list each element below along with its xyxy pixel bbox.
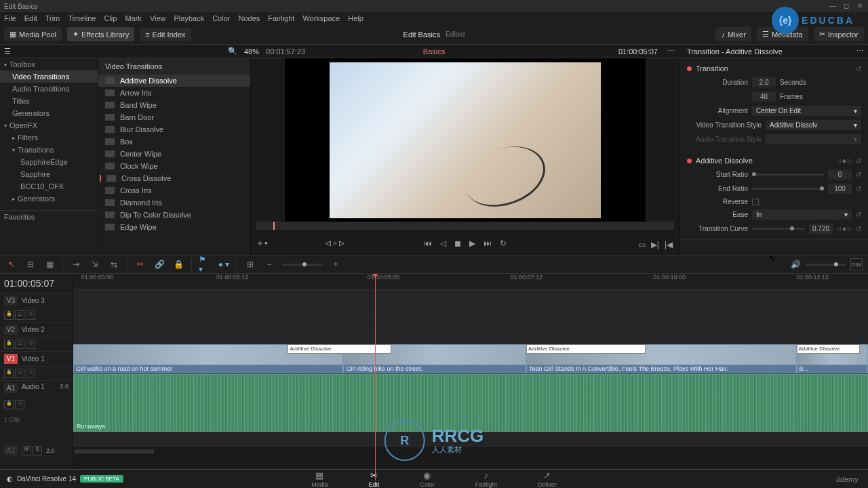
horizontal-scrollbar[interactable] [75, 449, 154, 453]
disable-icon[interactable]: ◇ [26, 340, 35, 349]
track-head-v2-ctrl[interactable]: 🔒◻◇ [0, 338, 73, 352]
dim-button[interactable]: DIM [850, 258, 863, 270]
reset-curve-button[interactable]: ↺ [856, 225, 861, 232]
search-icon[interactable]: 🔍 [228, 47, 237, 56]
sidebar-item-sapphire[interactable]: Sapphire [0, 168, 98, 180]
page-color[interactable]: ◉Color [420, 470, 435, 488]
trim-tool[interactable]: ⊟ [24, 258, 37, 270]
sidebar-item-video-transitions[interactable]: Video Transitions [0, 70, 98, 83]
page-edit[interactable]: ✂Edit [369, 470, 380, 488]
effect-item-diamond-iris[interactable]: Diamond Iris [98, 197, 250, 209]
edit-tool[interactable]: ▦ [43, 258, 56, 270]
track-head-v1[interactable]: V1Video 1 [0, 352, 73, 367]
menu-nodes[interactable]: Nodes [238, 14, 260, 22]
disable-icon[interactable]: ◇ [26, 310, 35, 320]
zoom-out-button[interactable]: − [263, 258, 275, 270]
marker-tool[interactable]: ● ▾ [218, 258, 230, 270]
end-ratio-slider[interactable] [752, 188, 824, 190]
viewer-canvas[interactable] [285, 58, 646, 222]
effect-item-cross-iris[interactable]: Cross Iris [98, 184, 250, 197]
match-frame-icon[interactable]: ◁ ○ ▷ [326, 239, 344, 247]
effect-item-clock-wipe[interactable]: Clock Wipe [98, 160, 250, 172]
auto-select-icon[interactable]: ◻ [15, 310, 24, 320]
start-ratio-slider[interactable] [752, 174, 824, 176]
curve-slider[interactable] [752, 228, 805, 230]
menu-clip[interactable]: Clip [104, 14, 117, 22]
ease-select[interactable]: In▾ [752, 209, 852, 220]
page-fairlight[interactable]: ♪Fairlight [475, 470, 497, 488]
sequence-name[interactable]: Basics [423, 47, 445, 56]
track-head-v2[interactable]: V2Video 2 [0, 323, 73, 338]
sidebar-item-audio-transitions[interactable]: Audio Transitions [0, 83, 98, 95]
loop-button[interactable]: ↻ [500, 239, 507, 248]
zoom-in-button[interactable]: + [330, 258, 342, 270]
menu-mark[interactable]: Mark [125, 14, 141, 22]
curve-value[interactable]: 0.720 [809, 224, 833, 234]
effect-item-center-wipe[interactable]: Center Wipe [98, 148, 250, 160]
track-v1[interactable]: Girl walks on a road on hot summerGirl r… [73, 344, 868, 374]
disable-icon[interactable]: ◇ [26, 369, 35, 378]
reset-transition-button[interactable]: ↺ [856, 65, 861, 73]
reset-dissolve-button[interactable]: ↺ [856, 157, 861, 165]
effect-item-band-wipe[interactable]: Band Wipe [98, 99, 250, 111]
track-v3-ctrl[interactable] [73, 304, 868, 317]
start-ratio-value[interactable]: 0 [828, 169, 852, 180]
prev-key-icon[interactable]: ◁ [837, 158, 841, 164]
sidebar-item-openfx[interactable]: ▾OpenFX [0, 119, 98, 131]
selection-tool[interactable]: ↖ [5, 258, 18, 270]
favorites-header[interactable]: Favorites [0, 210, 98, 223]
zoom-level[interactable]: 48% [244, 47, 259, 56]
menu-playback[interactable]: Playback [174, 14, 205, 22]
key-icon[interactable]: ◆ [842, 226, 846, 232]
media-pool-button[interactable]: ▦ Media Pool [4, 27, 62, 41]
close-button[interactable]: ✕ [856, 2, 864, 10]
effect-item-cross-dissolve[interactable]: Cross Dissolve [98, 172, 250, 184]
video-style-select[interactable]: Additive Dissolv▾ [766, 120, 861, 130]
effect-item-dip-to-color-dissolve[interactable]: Dip To Color Dissolve [98, 209, 250, 221]
menu-help[interactable]: Help [348, 14, 363, 22]
edit-index-button[interactable]: ≡ Edit Index [140, 28, 191, 41]
next-key-icon[interactable]: ▷ [848, 158, 852, 164]
insert-tool[interactable]: ⇥ [70, 258, 82, 270]
reset-start-button[interactable]: ↺ [856, 171, 861, 178]
alignment-select[interactable]: Center On Edit▾ [752, 106, 861, 116]
menu-view[interactable]: View [150, 14, 166, 22]
volume-slider[interactable] [806, 264, 846, 266]
track-head-a1-extra[interactable]: A1 MS 2.0 [0, 443, 73, 458]
sidebar-item-transitions[interactable]: ▾Transitions [0, 144, 98, 156]
track-head-v1-ctrl[interactable]: 🔒◻◇ [0, 367, 73, 381]
sidebar-item-titles[interactable]: Titles [0, 95, 98, 107]
menu-fairlight[interactable]: Fairlight [268, 14, 294, 22]
lock-icon[interactable]: 🔒 [4, 340, 14, 349]
menu-file[interactable]: File [4, 14, 16, 22]
effect-item-box[interactable]: Box [98, 136, 250, 148]
menu-color[interactable]: Color [212, 14, 230, 22]
blade-tool[interactable]: ✂ [134, 258, 146, 270]
play-button[interactable]: ▶ [469, 239, 475, 248]
transition-clip[interactable]: Additive Dissolve [797, 344, 861, 354]
track-v3[interactable] [73, 290, 868, 304]
track-head-a1[interactable]: A1Audio 12.0 🔒◇ 1 Clip [0, 381, 73, 443]
page-deliver[interactable]: ↗Deliver [538, 470, 557, 488]
replace-tool[interactable]: ⇆ [108, 258, 120, 270]
prev-key-icon[interactable]: ◁ [837, 226, 841, 232]
flag-tool[interactable]: ⚑ ▾ [199, 258, 211, 270]
effect-item-additive-dissolve[interactable]: Additive Dissolve [98, 75, 250, 87]
solo-icon[interactable]: ◇ [15, 400, 24, 409]
track-v2-ctrl[interactable] [73, 331, 868, 344]
menu-trim[interactable]: Trim [45, 14, 60, 22]
reverse-checkbox[interactable] [752, 199, 759, 205]
first-frame-button[interactable]: ⏮ [424, 239, 432, 248]
link-tool[interactable]: 🔗 [153, 258, 165, 270]
enable-dot-icon[interactable] [687, 66, 692, 71]
prev-frame-button[interactable]: ◁ [440, 239, 446, 248]
enable-dot-icon[interactable] [687, 159, 692, 163]
stop-button[interactable]: ◼ [454, 239, 461, 248]
sidebar-item-generators[interactable]: Generators [0, 107, 98, 119]
mute-icon[interactable]: M [22, 446, 31, 455]
snap-tool[interactable]: ⊞ [244, 258, 256, 270]
mute-icon[interactable]: 🔊 [789, 258, 802, 270]
duration-frames-field[interactable]: 48 [752, 92, 776, 102]
sidebar-item-toolbox[interactable]: ▾Toolbox [0, 58, 98, 70]
zoom-slider-thumb[interactable] [302, 262, 307, 266]
